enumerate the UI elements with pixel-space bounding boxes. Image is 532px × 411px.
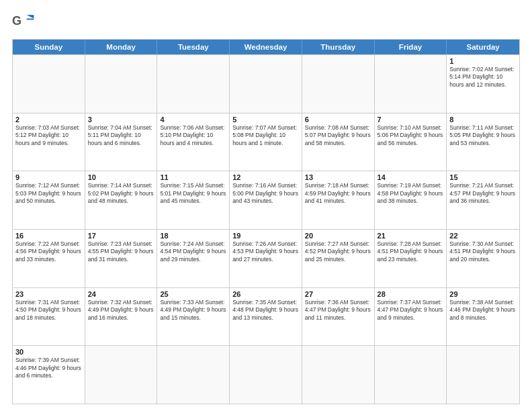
day-info: Sunrise: 7:37 AM Sunset: 4:47 PM Dayligh… bbox=[378, 299, 444, 322]
calendar-cell bbox=[85, 55, 158, 113]
day-number: 24 bbox=[88, 290, 154, 298]
day-number: 21 bbox=[378, 232, 444, 240]
calendar-row: 2Sunrise: 7:03 AM Sunset: 5:12 PM Daylig… bbox=[13, 113, 519, 171]
day-number: 22 bbox=[449, 232, 517, 240]
day-number: 12 bbox=[232, 173, 299, 181]
page: G SundayMondayTuesdayWednesdayThursdayFr… bbox=[0, 0, 532, 411]
calendar-cell bbox=[230, 55, 302, 113]
day-info: Sunrise: 7:06 AM Sunset: 5:10 PM Dayligh… bbox=[160, 124, 226, 147]
day-info: Sunrise: 7:31 AM Sunset: 4:50 PM Dayligh… bbox=[15, 299, 82, 322]
day-info: Sunrise: 7:19 AM Sunset: 4:58 PM Dayligh… bbox=[378, 182, 444, 205]
calendar-cell bbox=[230, 346, 302, 404]
day-info: Sunrise: 7:36 AM Sunset: 4:47 PM Dayligh… bbox=[305, 299, 371, 322]
day-number: 6 bbox=[305, 116, 371, 124]
calendar-cell: 1Sunrise: 7:02 AM Sunset: 5:14 PM Daylig… bbox=[447, 55, 519, 113]
day-number: 20 bbox=[305, 232, 371, 240]
calendar-cell: 22Sunrise: 7:30 AM Sunset: 4:51 PM Dayli… bbox=[447, 230, 519, 287]
calendar-cell: 18Sunrise: 7:24 AM Sunset: 4:54 PM Dayli… bbox=[157, 230, 230, 287]
calendar-cell: 2Sunrise: 7:03 AM Sunset: 5:12 PM Daylig… bbox=[13, 113, 85, 171]
day-info: Sunrise: 7:03 AM Sunset: 5:12 PM Dayligh… bbox=[15, 124, 82, 147]
day-info: Sunrise: 7:35 AM Sunset: 4:48 PM Dayligh… bbox=[232, 299, 299, 322]
day-number: 11 bbox=[160, 173, 226, 181]
calendar-header: SundayMondayTuesdayWednesdayThursdayFrid… bbox=[13, 40, 519, 54]
weekday-header: Sunday bbox=[13, 40, 85, 54]
day-info: Sunrise: 7:28 AM Sunset: 4:51 PM Dayligh… bbox=[378, 240, 444, 263]
calendar-cell: 12Sunrise: 7:16 AM Sunset: 5:00 PM Dayli… bbox=[230, 171, 302, 229]
day-info: Sunrise: 7:16 AM Sunset: 5:00 PM Dayligh… bbox=[232, 182, 299, 205]
day-info: Sunrise: 7:32 AM Sunset: 4:49 PM Dayligh… bbox=[88, 299, 154, 322]
calendar-cell: 11Sunrise: 7:15 AM Sunset: 5:01 PM Dayli… bbox=[157, 171, 230, 229]
day-info: Sunrise: 7:24 AM Sunset: 4:54 PM Dayligh… bbox=[160, 240, 226, 263]
logo: G bbox=[12, 12, 42, 32]
day-info: Sunrise: 7:07 AM Sunset: 5:08 PM Dayligh… bbox=[232, 124, 299, 147]
logo-icon: G bbox=[12, 12, 36, 32]
calendar-cell: 3Sunrise: 7:04 AM Sunset: 5:11 PM Daylig… bbox=[85, 113, 158, 171]
calendar-cell: 5Sunrise: 7:07 AM Sunset: 5:08 PM Daylig… bbox=[230, 113, 302, 171]
day-info: Sunrise: 7:18 AM Sunset: 4:59 PM Dayligh… bbox=[305, 182, 371, 205]
calendar-cell bbox=[85, 346, 158, 404]
weekday-header: Saturday bbox=[447, 40, 519, 54]
day-number: 2 bbox=[15, 116, 82, 124]
weekday-header: Monday bbox=[85, 40, 158, 54]
weekday-header: Thursday bbox=[302, 40, 375, 54]
calendar-cell: 30Sunrise: 7:39 AM Sunset: 4:46 PM Dayli… bbox=[13, 346, 85, 404]
day-info: Sunrise: 7:30 AM Sunset: 4:51 PM Dayligh… bbox=[449, 240, 517, 263]
calendar-row: 23Sunrise: 7:31 AM Sunset: 4:50 PM Dayli… bbox=[13, 287, 519, 346]
day-number: 7 bbox=[378, 116, 444, 124]
day-number: 4 bbox=[160, 116, 226, 124]
day-number: 14 bbox=[378, 173, 444, 181]
day-number: 3 bbox=[88, 116, 154, 124]
day-info: Sunrise: 7:39 AM Sunset: 4:46 PM Dayligh… bbox=[15, 357, 82, 379]
calendar-cell bbox=[447, 346, 519, 404]
day-info: Sunrise: 7:15 AM Sunset: 5:01 PM Dayligh… bbox=[160, 182, 226, 205]
calendar-cell: 8Sunrise: 7:11 AM Sunset: 5:05 PM Daylig… bbox=[447, 113, 519, 171]
day-number: 8 bbox=[449, 116, 517, 124]
weekday-header: Tuesday bbox=[157, 40, 230, 54]
day-number: 5 bbox=[232, 116, 299, 124]
calendar-cell bbox=[302, 55, 375, 113]
calendar-row: 30Sunrise: 7:39 AM Sunset: 4:46 PM Dayli… bbox=[13, 345, 519, 404]
calendar-cell: 13Sunrise: 7:18 AM Sunset: 4:59 PM Dayli… bbox=[302, 171, 375, 229]
day-number: 9 bbox=[15, 173, 82, 181]
calendar: SundayMondayTuesdayWednesdayThursdayFrid… bbox=[12, 39, 520, 404]
calendar-cell: 19Sunrise: 7:26 AM Sunset: 4:53 PM Dayli… bbox=[230, 230, 302, 287]
calendar-cell: 6Sunrise: 7:08 AM Sunset: 5:07 PM Daylig… bbox=[302, 113, 375, 171]
day-number: 19 bbox=[232, 232, 299, 240]
calendar-row: 16Sunrise: 7:22 AM Sunset: 4:56 PM Dayli… bbox=[13, 229, 519, 287]
day-info: Sunrise: 7:02 AM Sunset: 5:14 PM Dayligh… bbox=[449, 66, 517, 89]
calendar-cell bbox=[375, 346, 447, 404]
calendar-cell bbox=[302, 346, 375, 404]
calendar-cell: 14Sunrise: 7:19 AM Sunset: 4:58 PM Dayli… bbox=[375, 171, 447, 229]
day-info: Sunrise: 7:27 AM Sunset: 4:52 PM Dayligh… bbox=[305, 240, 371, 263]
day-number: 30 bbox=[15, 348, 82, 356]
day-info: Sunrise: 7:08 AM Sunset: 5:07 PM Dayligh… bbox=[305, 124, 371, 147]
calendar-cell: 17Sunrise: 7:23 AM Sunset: 4:55 PM Dayli… bbox=[85, 230, 158, 287]
day-number: 16 bbox=[15, 232, 82, 240]
day-info: Sunrise: 7:23 AM Sunset: 4:55 PM Dayligh… bbox=[88, 240, 154, 263]
weekday-header: Friday bbox=[375, 40, 447, 54]
day-number: 23 bbox=[15, 290, 82, 298]
calendar-cell: 21Sunrise: 7:28 AM Sunset: 4:51 PM Dayli… bbox=[375, 230, 447, 287]
day-info: Sunrise: 7:21 AM Sunset: 4:57 PM Dayligh… bbox=[449, 182, 517, 205]
day-info: Sunrise: 7:10 AM Sunset: 5:06 PM Dayligh… bbox=[378, 124, 444, 147]
svg-text:G: G bbox=[12, 14, 21, 28]
day-number: 29 bbox=[449, 290, 517, 298]
svg-rect-3 bbox=[27, 19, 34, 20]
day-number: 17 bbox=[88, 232, 154, 240]
day-number: 15 bbox=[449, 173, 517, 181]
calendar-cell: 10Sunrise: 7:14 AM Sunset: 5:02 PM Dayli… bbox=[85, 171, 158, 229]
calendar-cell bbox=[375, 55, 447, 113]
day-number: 26 bbox=[232, 290, 299, 298]
calendar-cell: 29Sunrise: 7:38 AM Sunset: 4:46 PM Dayli… bbox=[447, 288, 519, 346]
weekday-header: Wednesday bbox=[230, 40, 302, 54]
day-number: 10 bbox=[88, 173, 154, 181]
calendar-row: 9Sunrise: 7:12 AM Sunset: 5:03 PM Daylig… bbox=[13, 171, 519, 229]
calendar-cell: 4Sunrise: 7:06 AM Sunset: 5:10 PM Daylig… bbox=[157, 113, 230, 171]
day-number: 13 bbox=[305, 173, 371, 181]
day-number: 27 bbox=[305, 290, 371, 298]
calendar-cell: 25Sunrise: 7:33 AM Sunset: 4:49 PM Dayli… bbox=[157, 288, 230, 346]
calendar-cell: 15Sunrise: 7:21 AM Sunset: 4:57 PM Dayli… bbox=[447, 171, 519, 229]
day-info: Sunrise: 7:12 AM Sunset: 5:03 PM Dayligh… bbox=[15, 182, 82, 205]
day-number: 25 bbox=[160, 290, 226, 298]
day-number: 28 bbox=[378, 290, 444, 298]
